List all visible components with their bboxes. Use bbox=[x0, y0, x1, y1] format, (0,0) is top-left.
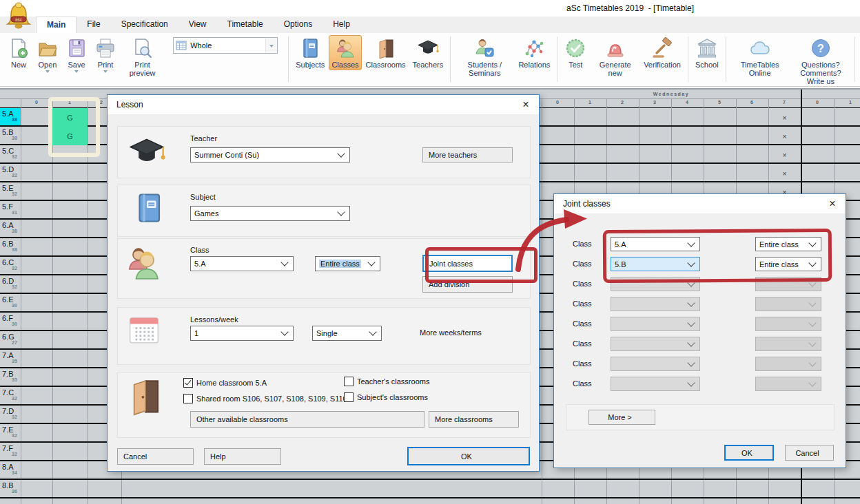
class-row-header[interactable]: 7.E32 bbox=[0, 424, 21, 441]
joint-class-select-5[interactable] bbox=[611, 317, 700, 331]
more-weeks-terms[interactable]: More weeks/terms bbox=[420, 328, 482, 337]
joint-class-select-4[interactable] bbox=[611, 297, 700, 311]
class-row-header[interactable]: 8.A34 bbox=[0, 461, 21, 479]
class-lesson-count: 38 bbox=[12, 229, 17, 233]
subjects-classrooms-checkbox[interactable]: Subject's classrooms bbox=[344, 392, 428, 402]
open-button[interactable]: Open bbox=[34, 35, 61, 74]
cancel-button[interactable]: Cancel bbox=[117, 448, 194, 465]
class-row-header[interactable]: 8.B36 bbox=[0, 480, 21, 497]
tab-file[interactable]: File bbox=[76, 17, 110, 33]
tool-label: Questions? Comments? Write us bbox=[794, 61, 848, 85]
book-icon bbox=[132, 191, 165, 224]
lesson-dialog-title[interactable]: Lesson bbox=[108, 95, 539, 114]
save-button[interactable]: Save bbox=[63, 35, 90, 74]
dropdown-arrow-icon[interactable] bbox=[103, 70, 108, 73]
class-value: 5.A bbox=[191, 260, 282, 268]
tab-specification[interactable]: Specification bbox=[111, 17, 178, 33]
timetables-online-button[interactable]: TimeTables Online bbox=[730, 35, 790, 78]
class-row-header[interactable]: 6.A38 bbox=[0, 220, 21, 237]
joint-cancel-button[interactable]: Cancel bbox=[785, 445, 834, 461]
class-row-header[interactable]: 5.F31 bbox=[0, 201, 21, 218]
joint-dialog-title[interactable]: Joint classes bbox=[554, 194, 846, 213]
teacher-select[interactable]: Summer Conti (Su) bbox=[190, 147, 350, 162]
joint-class-select-6[interactable] bbox=[611, 337, 700, 351]
folder-icon bbox=[37, 37, 59, 59]
classrooms-button[interactable]: Classrooms bbox=[363, 35, 409, 70]
help-button[interactable]: Help bbox=[204, 448, 281, 465]
test-button[interactable]: Test bbox=[562, 35, 589, 70]
dropdown-arrow-icon[interactable] bbox=[74, 70, 79, 73]
school-button[interactable]: School bbox=[693, 35, 721, 70]
new-button[interactable]: New bbox=[5, 35, 32, 70]
book-icon bbox=[299, 37, 321, 59]
close-icon[interactable]: × bbox=[820, 195, 845, 213]
class-select[interactable]: 5.A bbox=[190, 256, 294, 271]
joint-scope-select-7[interactable] bbox=[755, 357, 821, 371]
joint-class-select-7[interactable] bbox=[611, 357, 700, 371]
joint-ok-button[interactable]: OK bbox=[724, 445, 774, 461]
tab-help[interactable]: Help bbox=[322, 17, 360, 33]
timetable-row-8-b[interactable]: 8.B36 bbox=[0, 480, 860, 498]
teachers-button[interactable]: Teachers bbox=[410, 35, 447, 70]
class-row-header[interactable]: 7.D32 bbox=[0, 406, 21, 423]
joint-class-select-8[interactable] bbox=[611, 377, 700, 391]
class-row-header[interactable]: 7.B35 bbox=[0, 368, 21, 386]
blocked-period-mark: × bbox=[768, 145, 801, 164]
asc-bell-logo-icon[interactable]: asc bbox=[3, 1, 34, 34]
shared-room-checkbox[interactable]: Shared room S106, S107, S108, S109, S110 bbox=[183, 394, 347, 403]
tab-timetable[interactable]: Timetable bbox=[217, 17, 274, 33]
class-row-header[interactable]: 5.D32 bbox=[0, 164, 21, 181]
class-row-header[interactable]: 7.C32 bbox=[0, 387, 21, 404]
class-row-header[interactable]: 5.E32 bbox=[0, 182, 21, 200]
class-row-header[interactable]: 7.F32 bbox=[0, 443, 21, 460]
joint-scope-select-6[interactable] bbox=[755, 337, 821, 351]
tool-label: Classrooms bbox=[366, 61, 406, 69]
students-seminars-button[interactable]: Students / Seminars bbox=[455, 35, 514, 78]
toolbar-separator bbox=[557, 36, 557, 82]
more-teachers-button[interactable]: More teachers bbox=[422, 147, 513, 162]
ok-button[interactable]: OK bbox=[407, 447, 530, 465]
verification-button[interactable]: Verification bbox=[641, 35, 684, 70]
more-classrooms-button[interactable]: More classrooms bbox=[429, 411, 519, 428]
class-row-header[interactable]: 5.A38 bbox=[0, 108, 21, 125]
class-row-header[interactable]: 6.G27 bbox=[0, 331, 21, 348]
dropdown-arrow-icon[interactable] bbox=[45, 70, 50, 73]
cloud-icon bbox=[749, 37, 771, 59]
view-selector[interactable]: Whole bbox=[173, 37, 278, 54]
joint-scope-select-5[interactable] bbox=[755, 317, 821, 331]
class-row-header[interactable]: 6.B38 bbox=[0, 238, 21, 255]
more-button[interactable]: More > bbox=[588, 410, 655, 425]
print-button[interactable]: Print bbox=[92, 35, 119, 74]
lessons-week-select[interactable]: 1 bbox=[190, 326, 294, 341]
print-preview-button[interactable]: Print preview bbox=[121, 35, 164, 78]
other-classrooms-button[interactable]: Other available classrooms bbox=[190, 411, 424, 428]
generate-new-button[interactable]: Generate new bbox=[591, 35, 639, 78]
questions-comments-write-us-button[interactable]: Questions? Comments? Write us bbox=[791, 35, 850, 87]
tab-view[interactable]: View bbox=[178, 17, 217, 33]
class-row-header[interactable]: 6.D32 bbox=[0, 275, 21, 293]
home-classroom-checkbox[interactable]: Home classroom 5.A bbox=[183, 378, 267, 388]
class-scope-select[interactable]: Entire class bbox=[315, 256, 380, 271]
tool-label: Teachers bbox=[413, 61, 444, 69]
class-row-header[interactable]: 6.C32 bbox=[0, 257, 21, 274]
tool-label: Print preview bbox=[123, 61, 161, 77]
class-row-header[interactable]: 5.B38 bbox=[0, 127, 21, 144]
class-row-header[interactable]: 6.E30 bbox=[0, 294, 21, 311]
checkbox-label: Teacher's classrooms bbox=[357, 377, 429, 386]
class-row-header[interactable]: 5.C32 bbox=[0, 145, 21, 162]
class-row-header[interactable]: 6.F30 bbox=[0, 313, 21, 330]
subject-select[interactable]: Games bbox=[190, 206, 350, 221]
close-icon[interactable]: × bbox=[513, 96, 538, 114]
classes-button[interactable]: Classes bbox=[329, 35, 361, 70]
joint-scope-select-4[interactable] bbox=[755, 297, 821, 311]
teachers-classrooms-checkbox[interactable]: Teacher's classrooms bbox=[344, 377, 429, 386]
duration-select[interactable]: Single bbox=[312, 326, 382, 341]
tab-main[interactable]: Main bbox=[36, 17, 76, 33]
tab-options[interactable]: Options bbox=[274, 17, 322, 33]
joint-scope-select-8[interactable] bbox=[755, 377, 821, 391]
subjects-button[interactable]: Subjects bbox=[293, 35, 327, 70]
relations-button[interactable]: Relations bbox=[515, 35, 553, 70]
class-row-header[interactable]: 7.A35 bbox=[0, 350, 21, 367]
main-toolbar: NewOpenSavePrintPrint preview Whole Subj… bbox=[0, 33, 860, 87]
view-selector-dropdown-button[interactable] bbox=[265, 38, 277, 53]
